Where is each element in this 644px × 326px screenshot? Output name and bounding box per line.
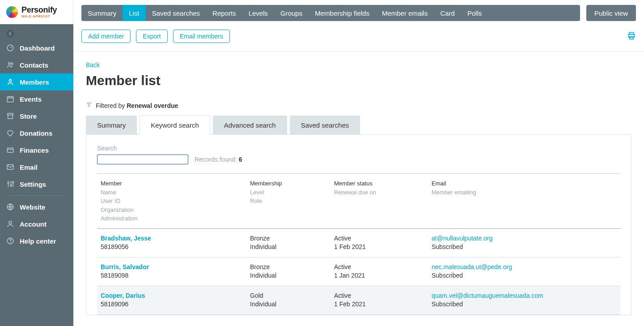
tab-summary[interactable]: Summary <box>81 5 123 21</box>
sidebar-item-events[interactable]: Events <box>0 90 73 107</box>
brand-mark-icon <box>5 5 19 19</box>
sidebar-item-settings[interactable]: Settings <box>0 176 73 193</box>
contacts-icon <box>6 61 14 69</box>
search-input[interactable] <box>97 154 188 164</box>
collapse-sidebar-button[interactable] <box>6 30 14 38</box>
svg-point-7 <box>8 182 9 184</box>
col-email[interactable]: EmailMember emailing <box>432 179 617 223</box>
svg-rect-4 <box>7 97 13 102</box>
column-header-line: Administration <box>101 214 250 223</box>
member-renewal: 1 Jan 2021 <box>334 272 365 279</box>
sidebar-item-dashboard[interactable]: Dashboard <box>0 39 73 56</box>
member-email-link[interactable]: nec.malesuada.ut@pede.org <box>432 263 512 270</box>
subtab-keyword-search[interactable]: Keyword search <box>140 116 210 135</box>
col-status[interactable]: Member statusRenewal due on <box>334 179 432 223</box>
search-mode-tabs: Summary Keyword search Advanced search S… <box>86 116 631 135</box>
table-row[interactable]: Cooper, Darius58189096GoldIndividualActi… <box>97 286 620 315</box>
sidebar-item-account[interactable]: Account <box>0 215 73 232</box>
col-membership[interactable]: MembershipLevelRole <box>250 179 334 223</box>
print-icon[interactable] <box>627 31 636 42</box>
tab-member-emails[interactable]: Member emails <box>376 5 434 21</box>
col-member[interactable]: MemberNameUser IDOrganizationAdministrat… <box>101 179 250 223</box>
member-name-link[interactable]: Cooper, Darius <box>101 292 145 299</box>
back-link[interactable]: Back <box>86 61 100 69</box>
events-icon <box>6 95 14 103</box>
column-header-line: Member emailing <box>432 188 617 197</box>
member-email-link[interactable]: at@nullavulputate.org <box>432 235 492 242</box>
tab-groups[interactable]: Groups <box>274 5 309 21</box>
sidebar-item-label: Members <box>20 78 49 86</box>
primary-nav: DashboardContactsMembersEventsStoreDonat… <box>0 39 73 193</box>
filter-prefix: Filtered by <box>96 102 125 109</box>
svg-point-13 <box>10 242 11 243</box>
member-level: Gold <box>250 292 263 299</box>
public-view-button[interactable]: Public view <box>586 5 636 21</box>
donations-icon <box>6 129 14 137</box>
svg-rect-5 <box>7 148 13 153</box>
members-icon <box>6 78 14 86</box>
tab-membership-fields[interactable]: Membership fields <box>309 5 376 21</box>
member-userid: 58189096 <box>101 300 128 308</box>
sidebar-item-label: Store <box>20 112 37 120</box>
sidebar-item-label: Email <box>20 163 38 171</box>
member-emailing: Subscribed <box>432 272 463 279</box>
sidebar-item-finances[interactable]: Finances <box>0 142 73 159</box>
finances-icon <box>6 146 14 154</box>
table-row[interactable]: Bradshaw, Jesse58189056BronzeIndividualA… <box>97 229 620 257</box>
sidebar-item-email[interactable]: Email <box>0 159 73 176</box>
member-email-link[interactable]: quam.vel@dictumauguemalesuada.com <box>432 292 543 299</box>
member-level: Bronze <box>250 235 270 242</box>
add-member-button[interactable]: Add member <box>81 30 131 43</box>
sidebar-item-label: Contacts <box>20 61 48 69</box>
page-title: Member list <box>86 73 631 88</box>
member-renewal: 1 Feb 2021 <box>334 300 366 308</box>
member-name-link[interactable]: Bradshaw, Jesse <box>101 235 151 242</box>
sidebar-item-website[interactable]: Website <box>0 198 73 215</box>
brand-logo[interactable]: Personify WILD APRICOT <box>0 0 73 24</box>
tab-card[interactable]: Card <box>434 5 461 21</box>
topbar: SummaryListSaved searchesReportsLevelsGr… <box>73 0 644 26</box>
tab-reports[interactable]: Reports <box>206 5 242 21</box>
records-found: Records found: 6 <box>195 156 242 163</box>
export-button[interactable]: Export <box>136 30 167 43</box>
help-icon <box>6 237 14 245</box>
email-members-button[interactable]: Email members <box>173 30 230 43</box>
page-content: Back Member list Filtered by Renewal ove… <box>73 51 644 326</box>
sidebar-item-label: Donations <box>20 129 52 137</box>
website-icon <box>6 203 14 211</box>
action-bar: Add member Export Email members <box>73 26 644 51</box>
svg-point-1 <box>8 63 11 65</box>
funnel-icon <box>86 102 92 109</box>
member-role: Individual <box>250 300 276 308</box>
tab-saved-searches[interactable]: Saved searches <box>146 5 207 21</box>
column-header-line: Member <box>101 179 250 188</box>
column-header-line: Email <box>432 179 617 188</box>
sidebar-item-donations[interactable]: Donations <box>0 124 73 142</box>
sidebar-item-label: Events <box>20 95 42 103</box>
subtab-summary[interactable]: Summary <box>86 116 137 135</box>
account-icon <box>6 220 14 228</box>
secondary-nav: WebsiteAccountHelp center <box>0 198 73 249</box>
subtab-advanced-search[interactable]: Advanced search <box>213 116 287 135</box>
sidebar-item-label: Help center <box>20 237 56 245</box>
tab-list[interactable]: List <box>123 5 145 21</box>
column-header-line: User ID <box>101 197 250 206</box>
email-icon <box>6 163 14 171</box>
tab-levels[interactable]: Levels <box>242 5 274 21</box>
search-panel: Search Records found: 6 MemberNameUser I… <box>86 134 631 315</box>
sidebar-item-help-center[interactable]: Help center <box>0 232 73 249</box>
subtab-saved-searches[interactable]: Saved searches <box>290 116 360 135</box>
filter-value: Renewal overdue <box>127 102 178 109</box>
member-emailing: Subscribed <box>432 300 463 308</box>
table-row[interactable]: Burris, Salvador58189098BronzeIndividual… <box>97 257 620 286</box>
chevron-left-icon <box>8 32 12 35</box>
member-level: Bronze <box>250 263 270 270</box>
sidebar-item-store[interactable]: Store <box>0 107 73 124</box>
member-name-link[interactable]: Burris, Salvador <box>101 263 149 270</box>
brand-subname: WILD APRICOT <box>21 15 57 18</box>
column-header-line: Organization <box>101 206 250 214</box>
member-status: Active <box>334 292 351 299</box>
tab-polls[interactable]: Polls <box>461 5 488 21</box>
sidebar-item-members[interactable]: Members <box>0 73 73 90</box>
sidebar-item-contacts[interactable]: Contacts <box>0 56 73 73</box>
